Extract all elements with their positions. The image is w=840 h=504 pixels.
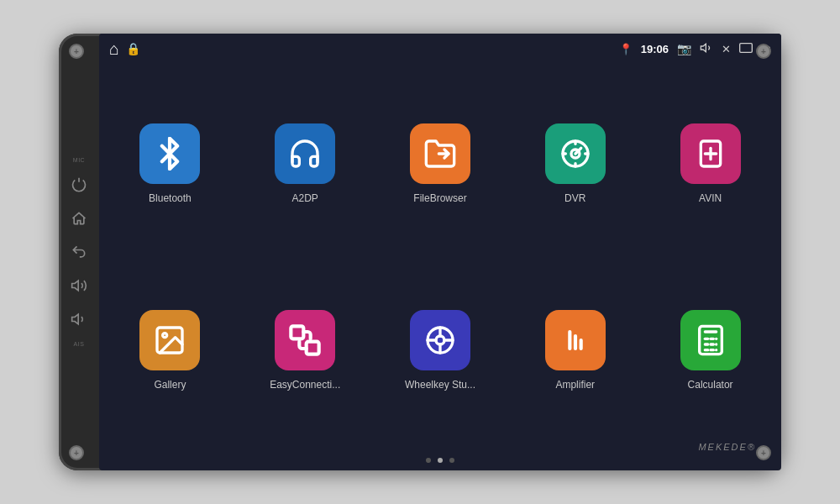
close-icon[interactable]: ✕ [722,43,731,55]
screw-br [756,445,771,460]
bluetooth-icon [139,123,200,184]
app-wheelkey[interactable]: Wheelkey Stu... [373,257,508,444]
wheelkey-icon [410,310,470,370]
app-easyconnect[interactable]: EasyConnecti... [238,257,373,444]
a2dp-icon [275,123,335,184]
status-bar: ⌂ 🔒 📍 19:06 📷 ✕ [99,34,781,64]
dot-3[interactable] [449,458,454,463]
dvr-label: DVR [564,192,585,204]
app-gallery[interactable]: Gallery [102,257,238,444]
screw-tr [756,44,771,59]
dot-1[interactable] [426,458,431,463]
easyconnect-label: EasyConnecti... [270,379,340,391]
easyconnect-icon [275,310,335,370]
lock-icon: 🔒 [126,42,140,55]
screen-icon[interactable] [739,43,753,55]
gallery-icon [139,310,200,370]
amplifier-label: Amplifier [555,379,595,391]
filebrowser-label: FileBrowser [413,192,466,204]
location-icon: 📍 [619,43,633,55]
vol-up-icon[interactable] [67,274,91,297]
svg-rect-0 [740,43,753,52]
gallery-label: Gallery [154,379,186,391]
svg-point-12 [163,333,167,338]
page-dots [99,450,781,470]
screw-bl [69,445,84,460]
wheelkey-label: Wheelkey Stu... [405,379,475,391]
power-icon[interactable] [67,173,91,197]
calculator-label: Calculator [688,379,733,391]
dvr-icon [545,123,606,184]
app-bluetooth[interactable]: Bluetooth [102,71,238,257]
amplifier-icon [545,310,606,370]
car-head-unit: MIC AI [59,34,781,470]
screw-tl [69,44,84,59]
camera-icon[interactable]: 📷 [677,42,691,55]
svg-rect-13 [291,326,304,339]
avin-label: AVIN [699,192,722,204]
status-time: 19:06 [641,43,669,55]
home-icon[interactable]: ⌂ [109,39,119,59]
app-calculator[interactable]: Calculator [643,257,778,444]
svg-rect-14 [307,342,319,354]
filebrowser-icon [410,123,470,184]
app-amplifier[interactable]: Amplifier [507,257,643,444]
back-physical-icon[interactable] [67,240,91,264]
calculator-icon [680,310,741,370]
app-grid: Bluetooth A2DP [99,64,781,450]
app-avin[interactable]: AVIN [643,71,778,257]
home-physical-icon[interactable] [67,207,91,230]
app-filebrowser[interactable]: FileBrowser [373,71,508,257]
left-panel: MIC AI [59,34,99,470]
dot-2[interactable] [438,458,443,463]
app-dvr[interactable]: DVR [507,71,643,257]
brand-label: MEKEDE® [698,442,756,452]
a2dp-label: A2DP [292,192,318,204]
ais-label: AIS [74,341,85,347]
screen: ⌂ 🔒 📍 19:06 📷 ✕ [99,34,781,470]
volume-icon[interactable] [700,41,713,57]
avin-icon [680,123,741,184]
app-a2dp[interactable]: A2DP [238,71,373,257]
vol-down-icon[interactable] [67,307,91,331]
bluetooth-label: Bluetooth [149,192,192,204]
mic-label: MIC [73,157,85,163]
